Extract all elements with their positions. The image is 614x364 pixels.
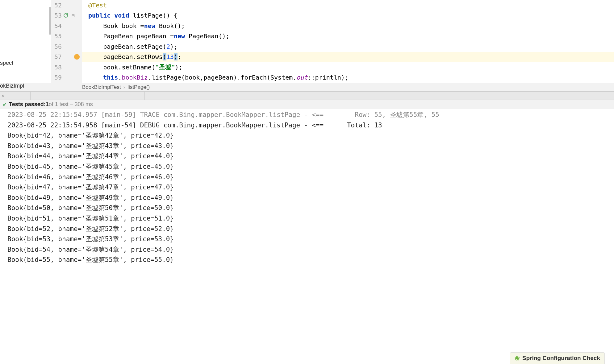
breadcrumb-separator: › — [123, 84, 125, 90]
console-line: Book{bid=46, bname='圣墟第46章', price=46.0} — [7, 172, 607, 183]
code-line: PageBean pageBean =new PageBean(); — [82, 31, 614, 42]
close-tab-icon[interactable]: ✕ — [0, 92, 6, 100]
tests-passed-label: Tests passed: — [9, 101, 46, 108]
breadcrumb-bar: BookBizImplTest › listPage() — [0, 83, 614, 91]
line-number: 54 — [51, 22, 64, 30]
breadcrumb-item[interactable]: BookBizImplTest — [82, 84, 121, 90]
code-line: @Test — [82, 0, 614, 10]
code-line: Book book =new Book(); — [82, 21, 614, 31]
code-line-current: pageBean.setRows(13); — [82, 52, 614, 62]
left-panel-item-1[interactable]: spect — [0, 60, 13, 66]
console-line: Book{bid=52, bname='圣墟第52章', price=52.0} — [7, 224, 607, 234]
line-number: 58 — [51, 64, 64, 71]
line-number: 56 — [51, 43, 64, 50]
console-line: 2023-08-25 22:15:54.957 [main-59] TRACE … — [7, 110, 607, 120]
test-status-bar: ✔ Tests passed: 1 of 1 test – 308 ms — [0, 100, 614, 109]
line-number: 57 — [51, 53, 64, 60]
console-line: Book{bid=53, bname='圣墟第53章', price=53.0} — [7, 234, 607, 245]
console-line: Book{bid=43, bname='圣墟第43章', price=43.0} — [7, 141, 607, 151]
editor-area: spect okBizImpl 52 53⊟ 54 55 56 57 58 59… — [0, 0, 614, 83]
check-icon: ✔ — [2, 101, 7, 108]
code-line: public void listPage() { — [82, 10, 614, 21]
tab[interactable] — [376, 92, 614, 100]
console-line: Book{bid=49, bname='圣墟第49章', price=49.0} — [7, 193, 607, 203]
notification-text: Spring Configuration Check — [522, 355, 600, 362]
code-line: this.bookBiz.listPage(book,pageBean).for… — [82, 72, 614, 83]
breadcrumb-item[interactable]: listPage() — [127, 84, 150, 90]
svg-point-1 — [66, 13, 68, 15]
tab[interactable] — [144, 92, 262, 100]
tests-passed-count: 1 — [46, 101, 49, 108]
project-panel-edge: spect okBizImpl — [0, 0, 51, 83]
console-line: Book{bid=55, bname='圣墟第55章', price=55.0} — [7, 255, 607, 265]
code-editor[interactable]: @Test public void listPage() { Book book… — [82, 0, 614, 83]
spring-icon: ❀ — [515, 354, 520, 362]
console-line: 2023-08-25 22:15:54.958 [main-54] DEBUG … — [7, 120, 607, 131]
intention-bulb-icon[interactable] — [74, 54, 80, 60]
editor-gutter[interactable]: 52 53⊟ 54 55 56 57 58 59 — [51, 0, 82, 83]
code-line: book.setBname("圣墟"); — [82, 62, 614, 72]
line-number: 52 — [51, 2, 64, 9]
tests-passed-suffix: of 1 test – 308 ms — [49, 101, 93, 108]
tab[interactable] — [6, 92, 30, 100]
console-line: Book{bid=42, bname='圣墟第42章', price=42.0} — [7, 130, 607, 141]
tab[interactable] — [30, 92, 144, 100]
code-line: pageBean.setPage(2); — [82, 41, 614, 52]
console-output[interactable]: 2023-08-25 22:15:54.957 [main-59] TRACE … — [0, 109, 614, 266]
console-line: Book{bid=45, bname='圣墟第45章', price=45.0} — [7, 162, 607, 172]
tab[interactable] — [262, 92, 376, 100]
tool-window-tabs: ✕ — [0, 91, 614, 100]
console-line: Book{bid=50, bname='圣墟第50章', price=50.0} — [7, 203, 607, 213]
console-line: Book{bid=51, bname='圣墟第51章', price=51.0} — [7, 213, 607, 224]
console-line: Book{bid=47, bname='圣墟第47章', price=47.0} — [7, 182, 607, 193]
line-number: 59 — [51, 74, 64, 81]
line-number: 53 — [51, 12, 64, 19]
console-line: Book{bid=54, bname='圣墟第54章', price=54.0} — [7, 245, 607, 255]
console-line: Book{bid=44, bname='圣墟第44章', price=44.0} — [7, 151, 607, 162]
run-test-icon[interactable] — [64, 13, 69, 18]
line-number: 55 — [51, 32, 64, 40]
spring-notification[interactable]: ❀ Spring Configuration Check — [510, 352, 605, 364]
collapse-icon[interactable]: ⊟ — [72, 13, 75, 19]
left-panel-item-2[interactable]: okBizImpl — [0, 83, 24, 89]
